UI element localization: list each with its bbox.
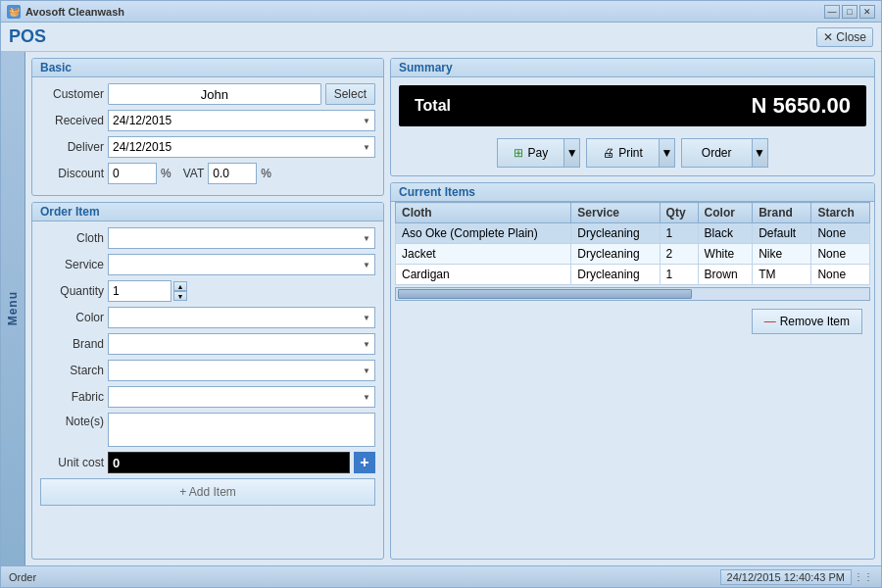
basic-panel: Basic Customer Select Received xyxy=(31,58,384,196)
customer-input[interactable] xyxy=(108,83,321,105)
print-button-group: 🖨 Print ▼ xyxy=(586,138,675,168)
add-item-button[interactable]: + Add Item xyxy=(40,478,375,506)
pay-dropdown-button[interactable]: ▼ xyxy=(564,138,580,168)
summary-panel-title: Summary xyxy=(391,59,874,77)
table-row[interactable]: JacketDrycleaning2WhiteNikeNone xyxy=(396,244,870,265)
quantity-input[interactable] xyxy=(108,280,172,302)
fabric-dropdown[interactable]: ▼ xyxy=(108,386,375,408)
received-dropdown-icon: ▼ xyxy=(363,117,370,125)
print-dropdown-button[interactable]: ▼ xyxy=(660,138,675,168)
close-window-button[interactable]: ✕ xyxy=(859,5,875,19)
right-column: Summary Total N 5650.00 ⊞ Pay xyxy=(390,58,875,560)
unit-cost-input[interactable] xyxy=(108,452,350,473)
pos-close-button[interactable]: ✕ Close xyxy=(816,27,873,47)
notes-label: Note(s) xyxy=(40,413,104,428)
starch-label: Starch xyxy=(40,364,104,377)
table-header-row: Cloth Service Qty Color Brand Starch xyxy=(396,203,870,223)
order-arrow-icon: ▼ xyxy=(754,146,765,160)
customer-label: Customer xyxy=(40,87,104,101)
unit-cost-label: Unit cost xyxy=(40,456,104,469)
print-button[interactable]: 🖨 Print xyxy=(586,138,660,168)
cloth-dropdown[interactable]: ▼ xyxy=(108,227,375,249)
total-amount: N 5650.00 xyxy=(751,93,851,119)
main-window: 🧺 Avosoft Cleanwash — □ ✕ POS ✕ Close Me… xyxy=(0,0,882,588)
cloth-row: Cloth ▼ xyxy=(40,227,375,249)
fabric-label: Fabric xyxy=(40,390,104,404)
current-items-panel-title: Current Items xyxy=(391,183,874,202)
title-bar: 🧺 Avosoft Cleanwash — □ ✕ xyxy=(1,1,881,23)
status-datetime: 24/12/2015 12:40:43 PM xyxy=(720,569,852,585)
close-label: Close xyxy=(836,30,866,44)
restore-button[interactable]: □ xyxy=(842,5,858,19)
order-dropdown-button[interactable]: ▼ xyxy=(753,138,768,168)
remove-item-label: Remove Item xyxy=(780,315,850,328)
cell-cloth: Jacket xyxy=(396,244,571,265)
service-label: Service xyxy=(40,258,104,271)
color-label: Color xyxy=(40,311,104,324)
unit-cost-row: Unit cost + xyxy=(40,452,375,473)
discount-input[interactable] xyxy=(108,163,157,184)
brand-label: Brand xyxy=(40,337,104,351)
starch-row: Starch ▼ xyxy=(40,360,375,381)
order-item-form: Cloth ▼ Service xyxy=(32,221,383,512)
cell-brand: Nike xyxy=(753,244,811,265)
content-area: POS ✕ Close Menu Basic xyxy=(1,23,881,587)
discount-label: Discount xyxy=(40,167,104,180)
starch-caret: ▼ xyxy=(363,367,370,375)
starch-dropdown[interactable]: ▼ xyxy=(108,360,375,381)
deliver-date-input[interactable]: 24/12/2015 ▼ xyxy=(108,136,375,158)
total-bar: Total N 5650.00 xyxy=(399,85,866,126)
total-label: Total xyxy=(415,97,451,115)
side-menu[interactable]: Menu xyxy=(1,52,25,565)
order-button[interactable]: Order xyxy=(681,138,753,168)
received-date-value: 24/12/2015 xyxy=(113,114,172,127)
print-arrow-icon: ▼ xyxy=(661,146,672,160)
cell-service: Drycleaning xyxy=(571,223,660,244)
table-row[interactable]: CardiganDrycleaning1BrownTMNone xyxy=(396,265,870,285)
notes-textarea[interactable] xyxy=(108,413,375,447)
cell-starch: None xyxy=(811,265,870,285)
received-date-input[interactable]: 24/12/2015 ▼ xyxy=(108,110,375,131)
quantity-up-button[interactable]: ▲ xyxy=(173,281,187,291)
scrollbar-thumb[interactable] xyxy=(398,289,692,299)
brand-dropdown[interactable]: ▼ xyxy=(108,333,375,355)
vat-input[interactable] xyxy=(208,163,257,184)
received-label: Received xyxy=(40,114,104,127)
cell-service: Drycleaning xyxy=(571,244,660,265)
cell-qty: 2 xyxy=(660,244,698,265)
minimize-button[interactable]: — xyxy=(824,5,840,19)
window-controls: — □ ✕ xyxy=(824,5,875,19)
color-dropdown[interactable]: ▼ xyxy=(108,307,375,328)
cloth-label: Cloth xyxy=(40,231,104,245)
status-bar: Order 24/12/2015 12:40:43 PM ⋮⋮ xyxy=(1,565,881,587)
col-qty: Qty xyxy=(660,203,698,223)
basic-panel-title: Basic xyxy=(32,59,383,77)
remove-item-container: — Remove Item xyxy=(391,303,874,342)
order-item-panel-title: Order Item xyxy=(32,203,383,221)
service-dropdown[interactable]: ▼ xyxy=(108,254,375,275)
quantity-down-button[interactable]: ▼ xyxy=(173,291,187,301)
basic-form: Customer Select Received 24/12/2015 ▼ xyxy=(32,77,383,195)
remove-item-button[interactable]: — Remove Item xyxy=(752,309,862,334)
status-grip-icon: ⋮⋮ xyxy=(854,571,873,582)
select-button[interactable]: Select xyxy=(325,83,375,105)
vat-label: VAT xyxy=(183,167,205,180)
pay-button[interactable]: ⊞ Pay xyxy=(497,138,564,168)
cell-color: Black xyxy=(698,223,753,244)
deliver-label: Deliver xyxy=(40,140,104,154)
pos-title: POS xyxy=(9,26,46,47)
cell-color: White xyxy=(698,244,753,265)
cell-qty: 1 xyxy=(660,265,698,285)
summary-panel: Summary Total N 5650.00 ⊞ Pay xyxy=(390,58,875,176)
window-title: Avosoft Cleanwash xyxy=(25,6,824,18)
table-row[interactable]: Aso Oke (Complete Plain)Drycleaning1Blac… xyxy=(396,223,870,244)
main-layout: Menu Basic Customer Select xyxy=(1,52,881,565)
fabric-row: Fabric ▼ xyxy=(40,386,375,408)
cell-service: Drycleaning xyxy=(571,265,660,285)
deliver-row: Deliver 24/12/2015 ▼ xyxy=(40,136,375,158)
items-table-container[interactable]: Cloth Service Qty Color Brand Starch xyxy=(395,202,870,285)
unit-cost-plus-button[interactable]: + xyxy=(354,452,375,473)
horizontal-scrollbar[interactable] xyxy=(395,287,870,301)
pos-header: POS ✕ Close xyxy=(1,23,881,52)
cell-brand: TM xyxy=(753,265,811,285)
